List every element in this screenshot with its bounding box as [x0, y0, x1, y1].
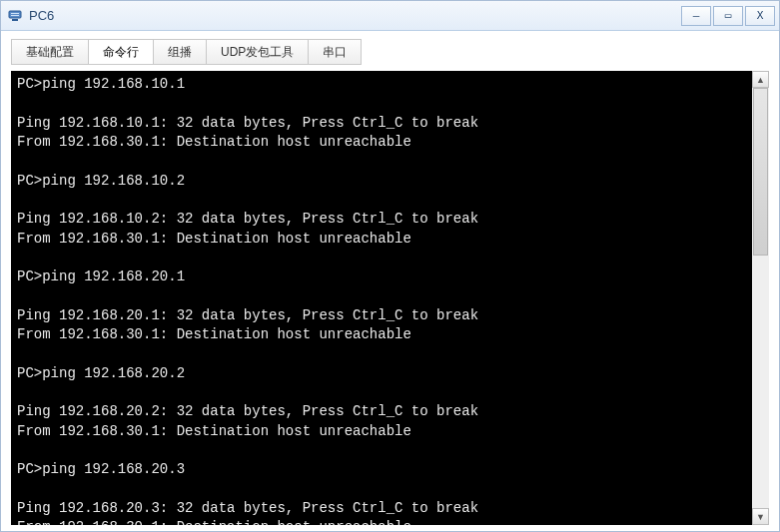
scroll-thumb[interactable]	[753, 88, 768, 256]
scroll-track[interactable]	[752, 88, 769, 508]
tab-strip: 基础配置 命令行 组播 UDP发包工具 串口	[11, 39, 362, 65]
terminal-output[interactable]: PC>ping 192.168.10.1 Ping 192.168.10.1: …	[11, 71, 769, 525]
tab-udp-tool[interactable]: UDP发包工具	[207, 40, 309, 64]
tab-basic-config[interactable]: 基础配置	[12, 40, 89, 64]
tab-cli[interactable]: 命令行	[89, 40, 154, 64]
tab-label: 串口	[323, 44, 347, 61]
tab-label: 组播	[168, 44, 192, 61]
svg-rect-1	[11, 13, 19, 14]
maximize-button[interactable]: ▭	[713, 6, 743, 26]
titlebar: PC6 — ▭ X	[1, 1, 779, 31]
close-button[interactable]: X	[745, 6, 775, 26]
svg-rect-2	[11, 15, 19, 16]
tab-label: UDP发包工具	[221, 44, 294, 61]
tab-serial[interactable]: 串口	[309, 40, 361, 64]
svg-rect-3	[12, 19, 18, 21]
tab-label: 命令行	[103, 44, 139, 61]
scroll-down-button[interactable]: ▼	[752, 508, 769, 525]
window-controls: — ▭ X	[679, 6, 775, 26]
device-icon	[7, 8, 23, 24]
tab-multicast[interactable]: 组播	[154, 40, 207, 64]
vertical-scrollbar: ▲ ▼	[752, 71, 769, 525]
window-title: PC6	[29, 8, 679, 23]
svg-rect-0	[9, 11, 21, 18]
terminal-panel: PC>ping 192.168.10.1 Ping 192.168.10.1: …	[11, 71, 769, 525]
minimize-button[interactable]: —	[681, 6, 711, 26]
tab-label: 基础配置	[26, 44, 74, 61]
toolbar: 基础配置 命令行 组播 UDP发包工具 串口	[1, 31, 779, 71]
scroll-up-button[interactable]: ▲	[752, 71, 769, 88]
